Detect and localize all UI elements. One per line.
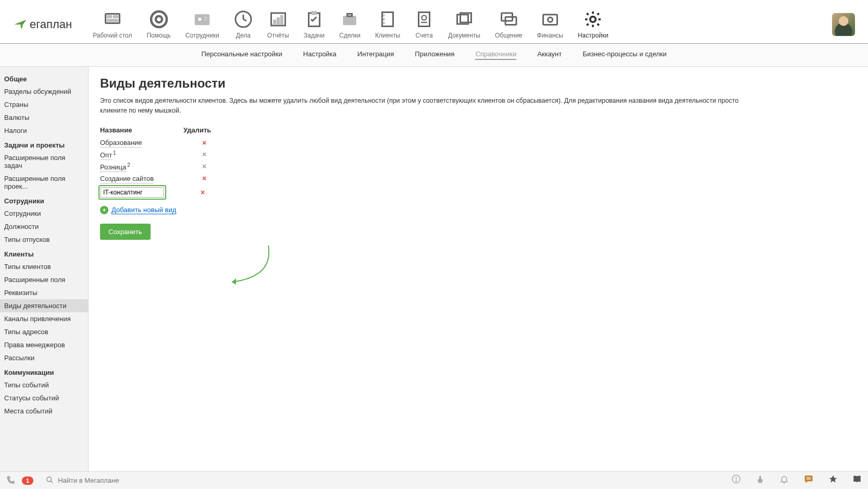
svg-point-34 <box>590 16 596 22</box>
activity-name[interactable]: Создание сайтов <box>100 175 154 184</box>
nav-desktop[interactable]: Рабочий стол <box>93 10 132 39</box>
sidebar-item[interactable]: Валюты <box>0 111 88 124</box>
activity-row: Опт1× <box>100 149 857 161</box>
sidebar-item[interactable]: Налоги <box>0 124 88 137</box>
desktop-icon <box>103 10 122 29</box>
logo[interactable]: егаплан <box>13 17 72 32</box>
svg-rect-2 <box>113 15 118 18</box>
main-content: Виды деятельности Это список видов деяте… <box>89 67 868 471</box>
sidebar-item[interactable]: Места событий <box>0 405 88 418</box>
page-title: Виды деятельности <box>100 76 857 91</box>
sidebar-item[interactable]: Виды деятельности <box>0 299 88 312</box>
nav-label: Счета <box>416 32 433 39</box>
sidebar-item[interactable]: Каналы привлечения <box>0 312 88 325</box>
column-header-delete: Удалить <box>183 126 225 134</box>
nav-label: Сделки <box>339 32 361 39</box>
nav-label: Сотрудники <box>185 32 219 39</box>
sidebar-item[interactable]: Статусы событий <box>0 392 88 405</box>
sidebar-item[interactable]: Типы адресов <box>0 325 88 338</box>
reports-icon <box>269 10 288 29</box>
add-new-activity-link[interactable]: + Добавить новый вид <box>100 206 857 214</box>
sidebar-item[interactable]: Типы клиентов <box>0 260 88 273</box>
plus-icon: + <box>100 206 108 214</box>
sidebar-item[interactable]: Расширенные поля <box>0 273 88 286</box>
activity-count: 2 <box>127 162 130 168</box>
nav-employees[interactable]: Сотрудники <box>185 10 219 39</box>
sidebar-item[interactable]: Расширенные поля проек... <box>0 172 88 193</box>
sidebar-item[interactable]: Типы отпусков <box>0 233 88 246</box>
sidebar-header: Клиенты <box>0 246 88 260</box>
svg-rect-19 <box>343 16 356 25</box>
tasks-icon <box>305 10 324 29</box>
new-activity-input[interactable] <box>101 187 164 198</box>
svg-rect-8 <box>204 17 208 18</box>
svg-point-4 <box>151 11 167 27</box>
settings-icon <box>584 10 602 29</box>
invoice-icon <box>415 10 433 29</box>
documents-icon <box>455 10 474 29</box>
svg-point-5 <box>156 16 162 22</box>
svg-point-7 <box>198 17 202 21</box>
clients-icon <box>378 10 397 29</box>
activity-name[interactable]: Розница <box>100 163 126 172</box>
sidebar-item[interactable]: Права менеджеров <box>0 338 88 351</box>
sidebar-item[interactable]: Типы событий <box>0 378 88 392</box>
delete-icon[interactable]: × <box>202 150 206 158</box>
sidebar-item[interactable]: Разделы обсуждений <box>0 85 88 98</box>
nav-chat[interactable]: Общение <box>495 10 523 39</box>
subnav-item[interactable]: Персональные настройки <box>201 50 282 60</box>
delete-icon[interactable]: × <box>202 162 206 170</box>
sidebar-item[interactable]: Расширенные поля задач <box>0 151 88 172</box>
nav-label: Клиенты <box>375 32 400 39</box>
subnav-item[interactable]: Аккаунт <box>537 50 562 60</box>
activity-count: 1 <box>113 150 116 156</box>
sidebar-header: Коммуникации <box>0 364 88 378</box>
delete-icon[interactable]: × <box>202 139 206 147</box>
employees-icon <box>193 10 212 29</box>
nav-label: Помощь <box>146 32 170 39</box>
sidebar-item[interactable]: Рассылки <box>0 351 88 364</box>
nav-invoice[interactable]: Счета <box>415 10 433 39</box>
chat-icon <box>499 10 518 29</box>
activity-row: Создание сайтов× <box>100 173 857 184</box>
nav-label: Задачи <box>304 32 325 39</box>
activity-name[interactable]: Образование <box>100 139 142 148</box>
svg-line-12 <box>243 19 246 21</box>
user-avatar[interactable] <box>832 13 855 36</box>
subnav-item[interactable]: Бизнес-процессы и сделки <box>582 50 666 60</box>
logo-text: егаплан <box>30 18 72 31</box>
sidebar-item[interactable]: Реквизиты <box>0 286 88 299</box>
svg-point-22 <box>383 15 385 16</box>
nav-label: Настройки <box>578 32 609 39</box>
finance-icon <box>541 10 560 29</box>
nav-label: Общение <box>495 32 523 39</box>
sidebar-item[interactable]: Должности <box>0 220 88 233</box>
delete-icon[interactable]: × <box>202 174 206 182</box>
nav-help[interactable]: Помощь <box>146 10 170 39</box>
subnav-item[interactable]: Настройка <box>303 50 337 60</box>
nav-label: Рабочий стол <box>93 32 132 39</box>
nav-settings[interactable]: Настройки <box>578 10 609 39</box>
annotation-arrow <box>156 240 271 289</box>
sidebar-item[interactable]: Сотрудники <box>0 207 88 220</box>
nav-clients[interactable]: Клиенты <box>375 10 400 39</box>
nav-clock[interactable]: Дела <box>234 10 253 39</box>
sidebar-item[interactable]: Страны <box>0 98 88 111</box>
subnav-item[interactable]: Интеграция <box>357 50 394 60</box>
nav-deals[interactable]: Сделки <box>339 10 361 39</box>
logo-icon <box>13 17 28 32</box>
delete-new-row-icon[interactable]: × <box>201 188 205 197</box>
save-button[interactable]: Сохранить <box>100 224 151 240</box>
nav-label: Финансы <box>537 32 563 39</box>
subnav-item[interactable]: Приложения <box>415 50 454 60</box>
deals-icon <box>340 10 359 29</box>
sidebar-header: Задачи и проекты <box>0 137 88 151</box>
subnav-item[interactable]: Справочники <box>475 50 516 60</box>
nav-tasks[interactable]: Задачи <box>304 10 325 39</box>
activity-row: Образование× <box>100 137 857 149</box>
nav-finance[interactable]: Финансы <box>537 10 563 39</box>
nav-documents[interactable]: Документы <box>448 10 480 39</box>
svg-point-23 <box>383 18 385 20</box>
nav-reports[interactable]: Отчёты <box>267 10 289 39</box>
activity-name[interactable]: Опт <box>100 151 112 160</box>
